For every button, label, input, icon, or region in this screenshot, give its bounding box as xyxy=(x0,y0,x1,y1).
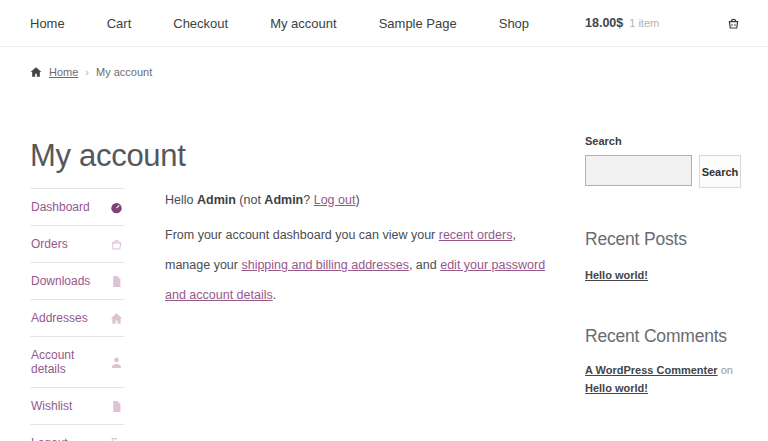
recent-posts-widget: Recent Posts Hello world! xyxy=(585,229,741,285)
file-icon xyxy=(110,400,123,413)
basket-icon[interactable] xyxy=(726,16,741,31)
account-nav-orders[interactable]: Orders xyxy=(30,225,124,262)
recent-comments-title: Recent Comments xyxy=(585,326,741,347)
top-bar: Home Cart Checkout My account Sample Pag… xyxy=(0,0,768,47)
file-icon xyxy=(110,275,123,288)
dashboard-description: From your account dashboard you can view… xyxy=(165,220,556,310)
comment-author-link[interactable]: A WordPress Commenter xyxy=(585,364,718,376)
greeting-text: Hello Admin (not Admin? Log out) xyxy=(165,193,556,207)
breadcrumb-separator: › xyxy=(85,66,89,78)
search-input[interactable] xyxy=(585,155,692,186)
account-dashboard-content: Hello Admin (not Admin? Log out) From yo… xyxy=(165,188,556,310)
recent-post-link[interactable]: Hello world! xyxy=(585,269,648,281)
nav-item-checkout[interactable]: Checkout xyxy=(173,16,228,31)
recent-comment-item: A WordPress Commenter on Hello world! xyxy=(585,361,741,398)
search-widget: Search Search xyxy=(585,135,741,188)
sign-out-icon xyxy=(110,437,123,441)
breadcrumb: Home › My account xyxy=(0,47,768,92)
nav-item-shop[interactable]: Shop xyxy=(499,16,529,31)
nav-item-my-account[interactable]: My account xyxy=(270,16,336,31)
basket-icon xyxy=(110,238,123,251)
gauge-icon xyxy=(110,201,123,214)
search-button[interactable]: Search xyxy=(699,155,741,188)
home-icon xyxy=(110,312,123,325)
cart-item-count: 1 item xyxy=(629,17,659,29)
account-navigation: Dashboard Orders Downloads xyxy=(30,188,124,441)
account-nav-account-details[interactable]: Account details xyxy=(30,336,124,387)
home-icon xyxy=(30,66,42,78)
breadcrumb-home-link[interactable]: Home xyxy=(49,66,78,78)
comment-post-link[interactable]: Hello world! xyxy=(585,382,648,394)
account-nav-wishlist[interactable]: Wishlist xyxy=(30,387,124,424)
cart-summary[interactable]: 18.00$ 1 item xyxy=(585,16,741,31)
breadcrumb-current: My account xyxy=(96,66,152,78)
nav-item-home[interactable]: Home xyxy=(30,16,65,31)
cart-total: 18.00$ xyxy=(585,16,623,30)
recent-orders-link[interactable]: recent orders xyxy=(439,228,513,242)
log-out-link[interactable]: Log out xyxy=(314,193,356,207)
search-label: Search xyxy=(585,135,741,147)
username: Admin xyxy=(197,193,236,207)
user-icon xyxy=(110,356,123,369)
account-nav-dashboard[interactable]: Dashboard xyxy=(30,188,124,225)
account-nav-addresses[interactable]: Addresses xyxy=(30,299,124,336)
username: Admin xyxy=(264,193,303,207)
page-title: My account xyxy=(30,138,556,174)
nav-item-sample-page[interactable]: Sample Page xyxy=(379,16,457,31)
sidebar-widget-area: Search Search Recent Posts Hello world! … xyxy=(585,92,741,441)
primary-navigation: Home Cart Checkout My account Sample Pag… xyxy=(30,16,571,31)
shipping-billing-addresses-link[interactable]: shipping and billing addresses xyxy=(241,258,408,272)
account-nav-downloads[interactable]: Downloads xyxy=(30,262,124,299)
recent-posts-title: Recent Posts xyxy=(585,229,741,250)
site-main: My account Dashboard Orders xyxy=(0,92,768,441)
nav-item-cart[interactable]: Cart xyxy=(107,16,132,31)
recent-comments-widget: Recent Comments A WordPress Commenter on… xyxy=(585,326,741,398)
primary-content: My account Dashboard Orders xyxy=(30,92,556,441)
account-nav-logout[interactable]: Logout xyxy=(30,424,124,441)
